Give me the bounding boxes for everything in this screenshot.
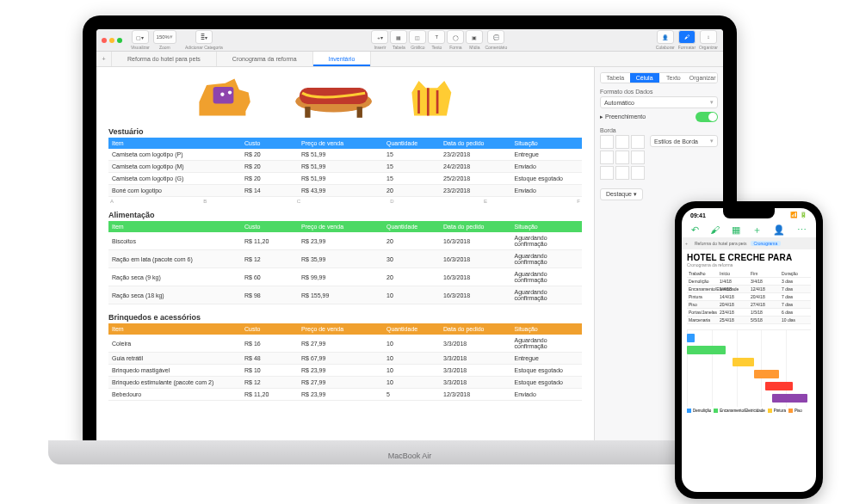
iphone-tab-reforma[interactable]: Reforma do hotel para pets [691, 241, 751, 246]
cell[interactable]: R$ 155,99 [298, 286, 383, 304]
cell[interactable]: 25/2/2018 [440, 173, 511, 185]
column-header[interactable]: Item [108, 138, 241, 149]
cell[interactable]: R$ 14 [241, 185, 298, 197]
table-row[interactable]: Camiseta com logotipo (P)R$ 20R$ 51,9915… [108, 149, 582, 161]
inspector-tab-celula[interactable]: Célula [630, 73, 659, 83]
column-header[interactable]: Data do pedido [440, 323, 511, 335]
inspector-tab-texto[interactable]: Texto [659, 73, 689, 83]
cell[interactable]: R$ 20 [241, 173, 298, 185]
highlight-button[interactable]: Destaque ▾ [600, 188, 643, 200]
cell[interactable]: 24/2/2018 [440, 161, 511, 173]
table-row[interactable]: Portas/Janelas23/4/181/5/186 dias [687, 309, 811, 317]
cell[interactable]: 20 [383, 185, 440, 197]
cell[interactable]: 15 [383, 173, 440, 185]
cell[interactable]: 5 [383, 389, 440, 401]
cell[interactable]: Enviado [511, 185, 583, 197]
table-row[interactable]: Ração seca (9 kg)R$ 60R$ 99,992016/3/201… [108, 268, 582, 286]
cell[interactable]: Bebedouro [108, 389, 241, 401]
cell[interactable]: R$ 27,99 [298, 335, 383, 353]
table-row[interactable]: Brinquedo mastigávelR$ 10R$ 23,99103/3/2… [108, 365, 582, 377]
cell[interactable]: R$ 51,99 [298, 149, 383, 161]
cell[interactable]: 10 [383, 377, 440, 389]
table-row[interactable]: Ração em lata (pacote com 6)R$ 12R$ 35,9… [108, 250, 582, 268]
cell[interactable]: R$ 11,20 [241, 389, 298, 401]
cell[interactable]: 15 [383, 149, 440, 161]
cell[interactable]: R$ 27,99 [298, 377, 383, 389]
table-button[interactable]: ▦ [390, 30, 407, 44]
view-button[interactable]: ▢▾ [132, 30, 149, 44]
table-vestuario[interactable]: ItemCustoPreço de vendaQuantidadeData do… [108, 138, 582, 197]
column-header[interactable]: Quantidade [383, 221, 440, 232]
cell[interactable]: Entregue [511, 353, 583, 365]
cell[interactable]: R$ 12 [241, 250, 298, 268]
cell[interactable]: Ração em lata (pacote com 6) [108, 250, 241, 268]
sheet-tab-cronograma[interactable]: Cronograma da reforma [217, 52, 313, 66]
cell[interactable]: Brinquedo estimulante (pacote com 2) [108, 377, 241, 389]
column-header[interactable]: Preço de venda [298, 138, 383, 149]
column-header[interactable]: Item [108, 323, 241, 335]
cell[interactable]: 10 [383, 353, 440, 365]
cell[interactable]: R$ 11,20 [241, 232, 298, 250]
cell[interactable]: 15 [383, 161, 440, 173]
comment-button[interactable]: 💬 [487, 30, 504, 44]
cell[interactable]: 10 [383, 286, 440, 304]
table-row[interactable]: Brinquedo estimulante (pacote com 2)R$ 1… [108, 377, 582, 389]
organize-button[interactable]: ↕ [700, 30, 717, 44]
column-header[interactable]: Item [108, 221, 241, 232]
insert-button[interactable]: +▾ [371, 30, 388, 44]
cell-icon[interactable]: ▦ [732, 225, 740, 235]
border-picker[interactable] [600, 135, 645, 180]
fill-toggle[interactable] [696, 112, 718, 122]
sheet-tab-reforma[interactable]: Reforma do hotel para pets [112, 52, 217, 66]
column-header[interactable]: Preço de venda [298, 221, 383, 232]
iphone-add-sheet[interactable]: + [682, 241, 691, 246]
cell[interactable]: R$ 20 [241, 161, 298, 173]
fullscreen-icon[interactable] [117, 38, 122, 43]
cell[interactable]: 16/3/2018 [440, 250, 511, 268]
cell[interactable]: Enviado [511, 389, 583, 401]
cell[interactable]: R$ 23,99 [298, 389, 383, 401]
table-row[interactable]: Encanamento/Eletricidade1/4/1812/4/187 d… [687, 286, 811, 293]
column-header[interactable]: Quantidade [383, 323, 440, 335]
window-controls[interactable] [102, 38, 122, 43]
add-category-button[interactable]: ≣▾ [195, 30, 213, 44]
schedule-table[interactable]: TrabalhoInícioFimDuração Demolição1/4/18… [687, 270, 811, 324]
cell[interactable]: 10 [383, 335, 440, 353]
cell[interactable]: Biscoitos [108, 232, 241, 250]
cell[interactable]: R$ 35,99 [298, 250, 383, 268]
table-alimentacao[interactable]: ItemCustoPreço de vendaQuantidadeData do… [108, 221, 582, 304]
cell[interactable]: Estoque esgotado [511, 173, 583, 185]
cell[interactable]: R$ 67,99 [298, 353, 383, 365]
cell[interactable]: Aguardando confirmação [511, 286, 583, 304]
column-header[interactable]: Situação [511, 323, 583, 335]
more-icon[interactable]: ⋯ [797, 225, 807, 235]
cell[interactable]: R$ 98 [241, 286, 298, 304]
cell[interactable]: R$ 16 [241, 335, 298, 353]
cell[interactable]: 23/2/2018 [440, 149, 511, 161]
table-row[interactable]: BebedouroR$ 11,20R$ 23,99512/3/2018Envia… [108, 389, 582, 401]
undo-icon[interactable]: ↶ [691, 225, 699, 235]
column-header[interactable]: Custo [241, 221, 298, 232]
cell[interactable]: 3/3/2018 [440, 335, 511, 353]
cell[interactable]: R$ 23,99 [298, 232, 383, 250]
table-row[interactable]: Piso20/4/1827/4/187 dias [687, 301, 811, 309]
table-row[interactable]: ColeiraR$ 16R$ 27,99103/3/2018Aguardando… [108, 335, 582, 353]
cell[interactable]: R$ 23,99 [298, 365, 383, 377]
cell[interactable]: 16/3/2018 [440, 268, 511, 286]
cell[interactable]: Aguardando confirmação [511, 335, 583, 353]
cell[interactable]: Guia retrátil [108, 353, 241, 365]
cell[interactable]: R$ 43,99 [298, 185, 383, 197]
inspector-tab-organizar[interactable]: Organizar [688, 73, 717, 83]
cell[interactable]: R$ 10 [241, 365, 298, 377]
chart-button[interactable]: ◫ [409, 30, 426, 44]
cell[interactable]: R$ 12 [241, 377, 298, 389]
zoom-select[interactable]: 150% ▾ [153, 30, 176, 44]
column-header[interactable]: Data do pedido [440, 221, 511, 232]
column-header[interactable]: Quantidade [383, 138, 440, 149]
cell[interactable]: Ração seca (9 kg) [108, 268, 241, 286]
cell[interactable]: 3/3/2018 [440, 365, 511, 377]
cell[interactable]: Enviado [511, 161, 583, 173]
brush-icon[interactable]: 🖌 [710, 225, 720, 235]
text-button[interactable]: T [428, 30, 445, 44]
cell[interactable]: 3/3/2018 [440, 377, 511, 389]
